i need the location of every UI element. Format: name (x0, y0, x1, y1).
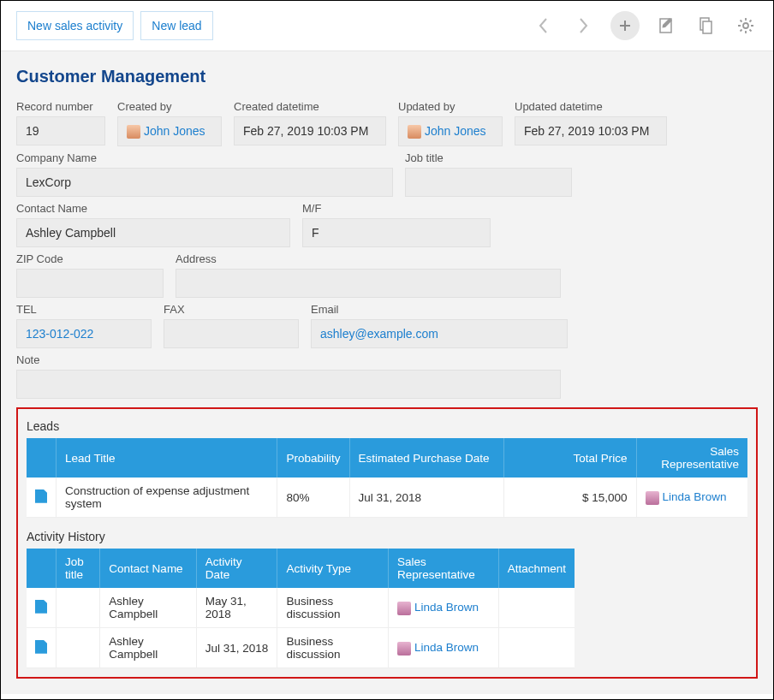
document-icon (35, 489, 47, 503)
record-number-label: Record number (16, 100, 105, 113)
activity-row[interactable]: Ashley Campbell Jul 31, 2018 Business di… (27, 628, 575, 668)
lead-sales-rep-cell[interactable]: Linda Brown (636, 478, 747, 518)
company-name-label: Company Name (16, 151, 393, 164)
activity-sales-rep-cell[interactable]: Linda Brown (388, 628, 498, 668)
content-area: Customer Management Record number 19 Cre… (1, 50, 773, 694)
activity-type-cell: Business discussion (277, 628, 389, 668)
chevron-left-icon (536, 15, 551, 36)
leads-col-total-price: Total Price (503, 438, 636, 478)
leads-col-title: Lead Title (57, 438, 277, 478)
tel-value[interactable]: 123-012-022 (16, 319, 152, 348)
record-number-value: 19 (16, 116, 105, 145)
edit-icon (658, 16, 676, 35)
job-title-label: Job title (405, 151, 572, 164)
chevron-right-icon (575, 15, 591, 36)
new-lead-button[interactable]: New lead (140, 11, 212, 40)
zip-value (16, 269, 164, 298)
activity-contact-cell: Ashley Campbell (100, 588, 196, 628)
zip-label: ZIP Code (16, 252, 164, 265)
activity-col-type: Activity Type (277, 549, 389, 588)
job-title-value (405, 168, 572, 197)
contact-name-value: Ashley Campbell (16, 218, 290, 247)
note-value (16, 370, 561, 399)
avatar (127, 125, 140, 139)
mf-value: F (302, 218, 491, 247)
note-label: Note (16, 353, 561, 366)
leads-table: Lead Title Probability Estimated Purchas… (27, 438, 747, 518)
email-value[interactable]: ashley@example.com (311, 319, 568, 348)
document-icon (35, 600, 47, 614)
activity-section-label: Activity History (27, 530, 747, 543)
activity-attachment-cell (498, 628, 575, 668)
tel-label: TEL (16, 303, 152, 316)
gear-icon (736, 16, 755, 35)
activity-col-attachment: Attachment (498, 549, 575, 588)
lead-title-cell: Construction of expense adjustment syste… (57, 478, 277, 518)
settings-button[interactable] (734, 14, 758, 38)
activity-col-job-title: Job title (57, 549, 100, 588)
activity-job-title-cell (57, 628, 100, 668)
activity-row[interactable]: Ashley Campbell May 31, 2018 Business di… (27, 588, 575, 628)
lead-total-price-cell: $ 15,000 (503, 478, 636, 518)
copy-icon (697, 16, 716, 35)
duplicate-record-button[interactable] (694, 14, 718, 38)
next-record-button[interactable] (571, 14, 595, 38)
leads-row[interactable]: Construction of expense adjustment syste… (27, 478, 747, 518)
updated-by-label: Updated by (398, 100, 503, 113)
activity-col-date: Activity Date (196, 549, 277, 588)
mf-label: M/F (302, 202, 491, 215)
activity-table: Job title Contact Name Activity Date Act… (27, 549, 575, 668)
activity-sales-rep-cell[interactable]: Linda Brown (388, 588, 498, 628)
activity-date-cell: Jul 31, 2018 (196, 628, 277, 668)
activity-job-title-cell (57, 588, 100, 628)
contact-name-label: Contact Name (16, 202, 290, 215)
updated-datetime-value: Feb 27, 2019 10:03 PM (515, 116, 667, 145)
fax-label: FAX (164, 303, 299, 316)
leads-section-label: Leads (27, 419, 747, 433)
created-datetime-value: Feb 27, 2019 10:03 PM (234, 116, 386, 145)
address-label: Address (176, 252, 561, 265)
add-record-button[interactable] (610, 11, 640, 40)
created-by-label: Created by (117, 100, 222, 113)
email-label: Email (311, 303, 568, 316)
fax-value (164, 319, 299, 348)
lead-probability-cell: 80% (277, 478, 349, 518)
address-value (176, 269, 561, 298)
company-name-value: LexCorp (16, 168, 393, 197)
leads-col-est-date: Estimated Purchase Date (349, 438, 503, 478)
svg-point-0 (743, 23, 748, 28)
avatar (397, 602, 411, 615)
activity-date-cell: May 31, 2018 (196, 588, 277, 628)
activity-contact-cell: Ashley Campbell (100, 628, 196, 668)
leads-col-sales-rep: Sales Representative (636, 438, 747, 478)
avatar (408, 125, 421, 139)
new-sales-activity-button[interactable]: New sales activity (16, 11, 134, 40)
activity-type-cell: Business discussion (277, 588, 389, 628)
activity-col-contact: Contact Name (100, 549, 196, 588)
lead-est-date-cell: Jul 31, 2018 (349, 478, 503, 518)
edit-record-button[interactable] (655, 14, 679, 38)
updated-datetime-label: Updated datetime (515, 100, 667, 113)
prev-record-button[interactable] (532, 14, 556, 38)
created-datetime-label: Created datetime (234, 100, 386, 113)
plus-icon (618, 19, 632, 33)
toolbar: New sales activity New lead (1, 1, 773, 50)
document-icon (35, 640, 47, 654)
created-by-value[interactable]: John Jones (117, 116, 222, 146)
related-lists-section: Leads Lead Title Probability Estimated P… (16, 407, 758, 679)
activity-col-sales-rep: Sales Representative (388, 549, 498, 588)
updated-by-value[interactable]: John Jones (398, 116, 503, 146)
avatar (646, 491, 659, 505)
page-title: Customer Management (16, 67, 758, 86)
avatar (397, 642, 411, 656)
activity-attachment-cell (498, 588, 575, 628)
leads-col-probability: Probability (277, 438, 349, 478)
